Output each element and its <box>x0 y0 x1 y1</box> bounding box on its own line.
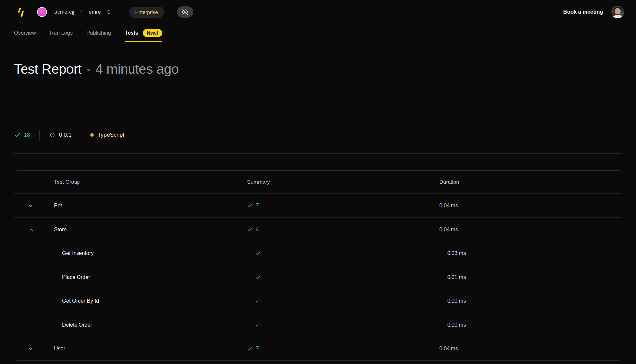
duration-value: 0.01 ms <box>424 274 622 280</box>
stats-row: 18 0.0.1 TypeScript <box>14 117 622 153</box>
table-row-test-place-order: Place Order 0.01 ms <box>14 265 622 289</box>
breadcrumb-separator: / <box>81 9 82 15</box>
table-row-group-pet[interactable]: Pet 7 0.04 ms <box>14 193 622 217</box>
test-group-label: Pet <box>54 203 62 209</box>
org-name: acme-cjj <box>54 9 74 15</box>
visibility-toggle-button[interactable] <box>177 6 193 18</box>
table-row-group-store[interactable]: Store 4 0.04 ms <box>14 217 622 241</box>
header-summary: Summary <box>232 179 424 185</box>
stat-language: TypeScript <box>90 132 124 138</box>
header-test-group: Test Group <box>14 171 232 193</box>
stats-divider <box>81 130 81 141</box>
check-icon <box>255 322 261 328</box>
tab-tests-label: Tests <box>125 30 138 36</box>
table-row-group-user[interactable]: User 7 0.04 ms <box>14 337 622 360</box>
passed-count: 18 <box>24 132 30 138</box>
passed-count: 4 <box>256 226 259 233</box>
org-avatar <box>37 7 47 17</box>
duration-value: 0.04 ms <box>424 346 622 352</box>
page-title: Test Report 4 minutes ago <box>14 61 622 77</box>
chevron-up-icon[interactable] <box>27 226 34 233</box>
topbar: acme-cjj / emre Enterprise Book a meetin… <box>0 0 636 24</box>
passed-count: 7 <box>256 202 259 209</box>
check-icon <box>255 250 261 256</box>
app-root: acme-cjj / emre Enterprise Book a meetin… <box>0 0 636 361</box>
chevron-down-icon[interactable] <box>27 345 34 352</box>
tab-bar: Overview Run Logs Publishing Tests New! <box>0 24 636 42</box>
test-label: Delete Order <box>62 322 92 328</box>
header-duration: Duration <box>424 179 622 185</box>
test-group-label: Store <box>54 227 67 233</box>
check-icon <box>255 274 261 280</box>
tab-tests[interactable]: Tests New! <box>125 24 162 42</box>
check-icon <box>247 227 253 233</box>
language-value: TypeScript <box>98 132 124 138</box>
tab-run-logs[interactable]: Run Logs <box>50 24 73 42</box>
test-report-table: Test Group Summary Duration Pet 7 0 <box>14 170 622 361</box>
new-badge: New! <box>143 29 162 37</box>
tab-overview[interactable]: Overview <box>14 24 36 42</box>
check-icon <box>255 298 261 304</box>
table-row-test-delete-order: Delete Order 0.00 ms <box>14 313 622 337</box>
stats-divider <box>39 130 40 141</box>
test-group-label: User <box>54 346 65 352</box>
test-label: Place Order <box>62 274 90 280</box>
page-title-text: Test Report <box>14 61 81 77</box>
check-icon <box>247 203 253 209</box>
divider <box>14 153 622 154</box>
logo-icon[interactable] <box>17 5 25 19</box>
version-value: 0.0.1 <box>59 132 72 138</box>
stat-tests-passed: 18 <box>14 132 30 138</box>
duration-value: 0.00 ms <box>424 298 622 304</box>
tab-publishing[interactable]: Publishing <box>86 24 111 42</box>
check-icon <box>247 346 253 352</box>
language-dot-icon <box>90 133 94 137</box>
title-separator-dot <box>87 69 90 71</box>
plan-badge: Enterprise <box>129 7 164 18</box>
page-timestamp: 4 minutes ago <box>95 61 179 77</box>
table-row-test-get-order-by-id: Get Order By Id 0.00 ms <box>14 289 622 313</box>
passed-count: 7 <box>256 345 259 352</box>
duration-value: 0.03 ms <box>424 250 622 256</box>
eye-off-icon <box>182 9 188 15</box>
main-content: Test Report 4 minutes ago 18 0.0.1 <box>0 61 636 361</box>
book-a-meeting-link[interactable]: Book a meeting <box>563 9 603 15</box>
profile-avatar[interactable] <box>611 6 624 18</box>
project-name: emre <box>89 9 101 15</box>
org-project-switcher[interactable]: acme-cjj / emre <box>37 7 112 17</box>
duration-value: 0.00 ms <box>424 322 622 328</box>
table-header-row: Test Group Summary Duration <box>14 171 622 193</box>
chevron-up-down-icon <box>106 9 112 15</box>
check-icon <box>14 132 21 138</box>
test-label: Get Inventory <box>62 250 94 256</box>
stat-version: 0.0.1 <box>49 132 72 138</box>
test-label: Get Order By Id <box>62 298 99 304</box>
table-row-test-get-inventory: Get Inventory 0.03 ms <box>14 241 622 265</box>
duration-value: 0.04 ms <box>424 227 622 233</box>
code-icon <box>49 132 56 138</box>
duration-value: 0.04 ms <box>424 203 622 209</box>
chevron-down-icon[interactable] <box>27 202 34 209</box>
